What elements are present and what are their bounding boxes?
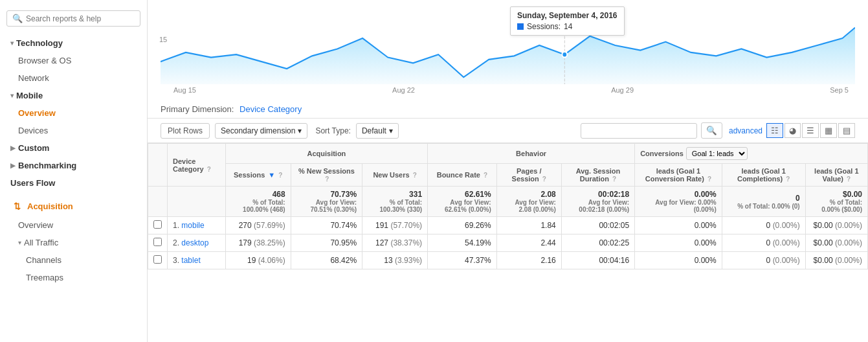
sidebar: 🔍 ▾ Technology Browser & OS Network ▾ Mo…: [0, 0, 148, 342]
tooltip-value: Sessions: 14: [517, 22, 618, 31]
tooltip-dot: [517, 23, 524, 30]
totals-sessions: 468 % of Total: 100.00% (468): [225, 187, 291, 217]
col-header-leads-value: leads (Goal 1 Value) ?: [805, 164, 867, 187]
svg-point-1: [562, 52, 567, 58]
primary-dim-value[interactable]: Device Category: [239, 104, 302, 114]
help-icon[interactable]: ?: [786, 176, 790, 183]
tooltip-title: Sunday, September 4, 2016: [517, 11, 618, 20]
sidebar-item-acquisition[interactable]: ⇅ Acquisition: [0, 196, 147, 216]
group-header-conversions: Conversions Goal 1: leads: [635, 144, 868, 164]
row-bounce-rate: 69.26%: [428, 217, 497, 234]
sidebar-item-technology[interactable]: ▾ Technology: [0, 34, 147, 52]
view-compare-button[interactable]: ▦: [820, 123, 837, 138]
group-header-acquisition: Acquisition: [225, 144, 427, 164]
row-pages-session: 2.16: [496, 252, 561, 269]
col-header-leads-completions: leads (Goal 1 Completions) ?: [722, 164, 805, 187]
row-checkbox[interactable]: [148, 252, 168, 269]
table-row: 1. mobile 270 (57.69%) 70.74% 191 (57.70…: [148, 217, 868, 234]
help-icon[interactable]: ?: [413, 172, 417, 179]
row-new-users: 191 (57.70%): [362, 217, 428, 234]
row-leads-comp: 0 (0.00%): [722, 252, 805, 269]
arrow-icon: ▾: [18, 239, 21, 246]
table-row: 3. tablet 19 (4.06%) 68.42% 13 (3.93%) 4…: [148, 252, 868, 269]
sessions-chart: [161, 6, 855, 84]
help-icon[interactable]: ?: [278, 172, 282, 179]
arrow-icon: ▾: [10, 40, 14, 47]
row-leads-rate: 0.00%: [635, 252, 722, 269]
col-header-leads-rate: leads (Goal 1 Conversion Rate) ?: [635, 164, 722, 187]
search-input[interactable]: [26, 14, 135, 23]
help-icon[interactable]: ?: [847, 176, 851, 183]
sort-type-label: Sort Type:: [315, 126, 350, 135]
help-icon[interactable]: ?: [542, 176, 546, 183]
sidebar-item-users-flow[interactable]: Users Flow: [0, 174, 147, 192]
totals-pages-session: 2.08 Avg for View: 2.08 (0.00%): [496, 187, 561, 217]
view-pie-button[interactable]: ◕: [785, 123, 801, 138]
row-pages-session: 2.44: [496, 234, 561, 252]
sidebar-item-mobile[interactable]: ▾ Mobile: [0, 87, 147, 104]
totals-avg-session: 00:02:18 Avg for View: 00:02:18 (0.00%): [561, 187, 634, 217]
chevron-down-icon: ▾: [298, 126, 302, 135]
row-new-users: 13 (3.93%): [362, 252, 428, 269]
sidebar-item-custom[interactable]: ▶ Custom: [0, 139, 147, 157]
sidebar-item-all-traffic[interactable]: ▾ All Traffic: [0, 234, 147, 251]
main-content: 15 Sunday, September 4, 2016 Sessions: 1…: [148, 0, 868, 342]
sort-type-dropdown[interactable]: Default ▾: [356, 123, 399, 139]
row-checkbox[interactable]: [148, 217, 168, 234]
table-row: 2. desktop 179 (38.25%) 70.95% 127 (38.3…: [148, 234, 868, 252]
device-link[interactable]: desktop: [181, 238, 208, 247]
help-icon[interactable]: ?: [612, 176, 616, 183]
primary-dimension-bar: Primary Dimension: Device Category: [148, 100, 868, 119]
search-button[interactable]: 🔍: [701, 122, 722, 139]
device-link[interactable]: mobile: [181, 221, 204, 230]
secondary-dimension-dropdown[interactable]: Secondary dimension ▾: [215, 123, 307, 139]
totals-leads-rate: 0.00% Avg for View: 0.00% (0.00%): [635, 187, 722, 217]
y-axis-label: 15: [159, 36, 167, 43]
x-axis: Aug 15 Aug 22 Aug 29 Sep 5: [161, 86, 855, 97]
help-icon[interactable]: ?: [325, 176, 329, 183]
sidebar-item-browser-os[interactable]: Browser & OS: [0, 52, 147, 69]
col-header-pct-new-sessions: % New Sessions ?: [291, 164, 362, 187]
row-device-category: 1. mobile: [168, 217, 226, 234]
row-sessions: 179 (38.25%): [225, 234, 291, 252]
row-device-category: 3. tablet: [168, 252, 226, 269]
sidebar-item-acq-overview[interactable]: Overview: [0, 216, 147, 234]
chart-area: 15 Sunday, September 4, 2016 Sessions: 1…: [148, 0, 868, 100]
row-pct-new: 70.95%: [291, 234, 362, 252]
select-all-checkbox-header: [148, 144, 168, 187]
conversions-header: Conversions Goal 1: leads: [640, 147, 862, 160]
data-table: Device Category ? Acquisition Behavior C…: [148, 143, 868, 269]
row-checkbox-input[interactable]: [153, 238, 162, 246]
plot-rows-button[interactable]: Plot Rows: [161, 123, 210, 139]
row-leads-rate: 0.00%: [635, 217, 722, 234]
primary-dim-label: Primary Dimension:: [161, 104, 234, 114]
sidebar-item-overview[interactable]: Overview: [0, 104, 147, 122]
device-link[interactable]: tablet: [181, 256, 200, 265]
row-checkbox[interactable]: [148, 234, 168, 252]
view-grid-button[interactable]: ☷: [766, 123, 783, 138]
goal-dropdown[interactable]: Goal 1: leads: [686, 147, 748, 160]
row-leads-value: $0.00 (0.00%): [805, 252, 867, 269]
view-list-button[interactable]: ☰: [802, 123, 819, 138]
sidebar-item-channels[interactable]: Channels: [0, 251, 147, 269]
table-search-input[interactable]: [581, 123, 697, 139]
sidebar-item-treemaps[interactable]: Treemaps: [0, 269, 147, 286]
sidebar-item-devices[interactable]: Devices: [0, 122, 147, 139]
col-header-sessions: Sessions ▼ ?: [225, 164, 291, 187]
sidebar-item-benchmarking[interactable]: ▶ Benchmarking: [0, 157, 147, 174]
totals-row: 468 % of Total: 100.00% (468) 70.73% Avg…: [148, 187, 868, 217]
sidebar-item-network[interactable]: Network: [0, 69, 147, 87]
help-icon[interactable]: ?: [207, 166, 211, 173]
help-icon[interactable]: ?: [707, 176, 711, 183]
totals-leads-comp: 0 % of Total: 0.00% (0): [722, 187, 805, 217]
row-leads-value: $0.00 (0.00%): [805, 217, 867, 234]
search-box[interactable]: 🔍: [6, 10, 140, 27]
help-icon[interactable]: ?: [484, 172, 487, 179]
arrow-icon: ▶: [10, 162, 16, 169]
row-pct-new: 70.74%: [291, 217, 362, 234]
advanced-link[interactable]: advanced: [729, 126, 762, 135]
view-pivot-button[interactable]: ▤: [838, 123, 855, 138]
row-checkbox-input[interactable]: [153, 255, 162, 264]
row-bounce-rate: 47.37%: [428, 252, 497, 269]
row-checkbox-input[interactable]: [153, 220, 162, 229]
